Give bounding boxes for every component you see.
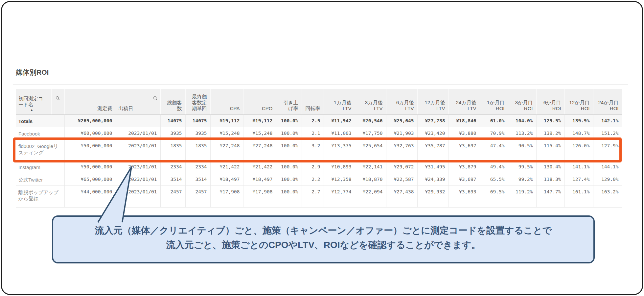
cell-instagram-total-customers: 2334 <box>160 160 185 173</box>
column-label-ltv-1m: 1カ月後LTV <box>334 100 352 111</box>
column-header-ltv-6m[interactable]: 6カ月後LTV <box>386 89 417 114</box>
column-header-final-customers[interactable]: 最終顧客数定期単回 <box>185 89 210 114</box>
cell-twitter-ltv-24m: ¥3,697 <box>448 173 480 185</box>
cell-instagram-cost: ¥50,000,000 <box>64 160 116 173</box>
table-row-twitter: 公式Twitter¥65,000,0002023/01/0135143514¥1… <box>16 173 622 185</box>
cell-facebook-cpa: ¥15,248 <box>210 127 243 139</box>
cell-google-listing-ltv-1m: ¥13,375 <box>324 139 355 160</box>
column-label-cpo: CPO <box>262 106 273 111</box>
cell-facebook-rotation-rate: 2.1 <box>302 127 324 139</box>
cell-totals-ltv-24m: ¥18,846 <box>448 114 480 127</box>
cell-exit-popup-publish-date: 2023/01/01 <box>116 185 160 207</box>
row-name-totals[interactable]: Totals <box>16 114 64 127</box>
cell-facebook-roi-24m: 151.2% <box>593 127 622 139</box>
cell-exit-popup-cost: ¥44,000,000 <box>64 185 116 207</box>
column-label-cpa: CPA <box>230 106 240 111</box>
cell-google-listing-ltv-24m: ¥3,697 <box>448 139 480 160</box>
column-header-uplift-rate[interactable]: 引き上げ率 <box>276 89 302 114</box>
roi-table-container: 初回測定コード名▲測定費出稿日総顧客数最終顧客数定期単回CPACPO引き上げ率回… <box>16 89 622 208</box>
column-header-roi-3m[interactable]: 3か月目ROI <box>508 89 536 114</box>
cell-exit-popup-final-customers: 2457 <box>185 185 210 207</box>
cell-totals-roi-24m: 142.1% <box>593 114 622 127</box>
column-header-ltv-1m[interactable]: 1カ月後LTV <box>324 89 355 114</box>
roi-table: 初回測定コード名▲測定費出稿日総顧客数最終顧客数定期単回CPACPO引き上げ率回… <box>16 89 622 208</box>
cell-instagram-roi-1m: 49.4% <box>480 160 508 173</box>
column-label-ltv-3m: 3カ月後LTV <box>365 100 383 111</box>
column-label-ltv-6m: 6カ月後LTV <box>396 100 414 111</box>
cell-twitter-ltv-12m: ¥24,339 <box>417 173 448 185</box>
cell-facebook-ltv-12m: ¥23,420 <box>417 127 448 139</box>
column-header-roi-6m[interactable]: 6か月目ROI <box>536 89 564 114</box>
cell-instagram-roi-24m: 144.1% <box>593 160 622 173</box>
cell-totals-roi-3m: 104.0% <box>508 114 536 127</box>
cell-facebook-roi-1m: 70.9% <box>480 127 508 139</box>
cell-facebook-ltv-6m: ¥21,903 <box>386 127 417 139</box>
sort-ascending-icon: ▲ <box>30 109 48 111</box>
cell-totals-ltv-6m: ¥25,645 <box>386 114 417 127</box>
column-label-roi-6m: 6か月目ROI <box>543 100 561 111</box>
cell-exit-popup-roi-1m: 69.5% <box>480 185 508 207</box>
cell-google-listing-final-customers: 1835 <box>185 139 210 160</box>
cell-instagram-roi-12m: 141.1% <box>564 160 593 173</box>
column-header-cpa[interactable]: CPA <box>210 89 243 114</box>
cell-facebook-final-customers: 3935 <box>185 127 210 139</box>
cell-twitter-cpa: ¥18,497 <box>210 173 243 185</box>
column-header-publish-date[interactable]: 出稿日 <box>116 89 160 114</box>
cell-facebook-ltv-24m: ¥3,880 <box>448 127 480 139</box>
cell-twitter-uplift-rate: 100.0% <box>276 173 302 185</box>
title-divider <box>13 85 628 85</box>
column-header-roi-24m[interactable]: 24か月目ROI <box>593 89 622 114</box>
cell-totals-uplift-rate: 100.0% <box>276 114 302 127</box>
row-name-google-listing[interactable]: fid0002_Googleリスティング <box>16 139 64 160</box>
column-label-first-code-name: 初回測定コード名 <box>18 96 43 107</box>
cell-exit-popup-cpa: ¥17,908 <box>210 185 243 207</box>
cell-google-listing-roi-6m: 115.4% <box>536 139 564 160</box>
column-label-roi-24m: 24か月目ROI <box>598 100 618 111</box>
row-name-twitter[interactable]: 公式Twitter <box>16 173 64 185</box>
search-icon[interactable] <box>153 96 158 102</box>
table-row-exit-popup: 離脱ポップアップから登録¥44,000,0002023/01/012457245… <box>16 185 622 207</box>
column-header-ltv-12m[interactable]: 12カ月後LTV <box>417 89 448 114</box>
cell-instagram-ltv-3m: ¥22,141 <box>355 160 386 173</box>
cell-google-listing-cost: ¥50,000,000 <box>64 139 116 160</box>
cell-twitter-roi-6m: 118.3% <box>536 173 564 185</box>
cell-facebook-roi-12m: 148.7% <box>564 127 593 139</box>
cell-exit-popup-cpo: ¥17,908 <box>243 185 276 207</box>
cell-instagram-roi-3m: 99.5% <box>508 160 536 173</box>
table-row-instagram: Instagram¥50,000,0002023/01/0123342334¥2… <box>16 160 622 173</box>
column-header-name-search[interactable] <box>51 89 64 114</box>
row-name-facebook[interactable]: Facebook <box>16 127 64 139</box>
cell-exit-popup-roi-3m: 119.2% <box>508 185 536 207</box>
cell-google-listing-cpa: ¥27,248 <box>210 139 243 160</box>
column-header-rotation-rate[interactable]: 回転率 <box>302 89 324 114</box>
cell-twitter-cost: ¥65,000,000 <box>64 173 116 185</box>
cell-twitter-roi-1m: 65.5% <box>480 173 508 185</box>
column-header-cost[interactable]: 測定費 <box>64 89 116 114</box>
callout-text-line2: 流入元ごと、施策ごとのCPOやLTV、ROIなどを確認することができます。 <box>53 238 593 252</box>
cell-facebook-roi-6m: 139.2% <box>536 127 564 139</box>
search-icon[interactable] <box>56 96 60 102</box>
row-name-exit-popup[interactable]: 離脱ポップアップから登録 <box>16 185 64 207</box>
cell-google-listing-ltv-12m: ¥35,787 <box>417 139 448 160</box>
column-label-ltv-12m: 12カ月後LTV <box>425 100 445 111</box>
cell-google-listing-cpo: ¥27,248 <box>243 139 276 160</box>
column-header-roi-1m[interactable]: 1か月目ROI <box>480 89 508 114</box>
cell-instagram-ltv-12m: ¥31,495 <box>417 160 448 173</box>
cell-totals-roi-6m: 129.5% <box>536 114 564 127</box>
column-header-first-code-name[interactable]: 初回測定コード名▲ <box>16 89 51 114</box>
cell-google-listing-total-customers: 1835 <box>160 139 185 160</box>
column-header-ltv-3m[interactable]: 3カ月後LTV <box>355 89 386 114</box>
cell-twitter-ltv-3m: ¥18,870 <box>355 173 386 185</box>
column-header-ltv-24m[interactable]: 24カ月後LTV <box>448 89 480 114</box>
cell-exit-popup-ltv-12m: ¥29,932 <box>417 185 448 207</box>
column-header-cpo[interactable]: CPO <box>243 89 276 114</box>
cell-instagram-roi-6m: 130.4% <box>536 160 564 173</box>
cell-totals-ltv-12m: ¥27,738 <box>417 114 448 127</box>
cell-totals-total-customers: 14075 <box>160 114 185 127</box>
table-header-row: 初回測定コード名▲測定費出稿日総顧客数最終顧客数定期単回CPACPO引き上げ率回… <box>16 89 622 114</box>
column-header-roi-12m[interactable]: 12か月目ROI <box>564 89 593 114</box>
row-name-instagram[interactable]: Instagram <box>16 160 64 173</box>
column-header-total-customers[interactable]: 総顧客数 <box>160 89 185 114</box>
cell-instagram-cpa: ¥21,422 <box>210 160 243 173</box>
column-label-roi-12m: 12か月目ROI <box>569 100 589 111</box>
